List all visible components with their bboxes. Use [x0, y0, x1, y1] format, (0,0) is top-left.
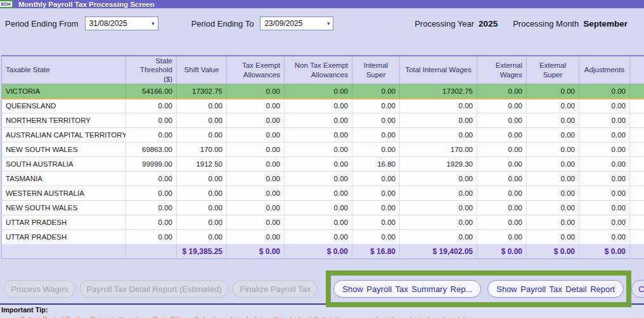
value-cell: 0.00 [579, 157, 630, 172]
value-cell: 0.00 [477, 143, 527, 157]
show-payroll-tax-detail-report-button[interactable]: Show Payroll Tax Detail Report [487, 280, 624, 298]
show-payroll-tax-summary-report-button[interactable]: Show Payroll Tax Summary Rep... [333, 280, 481, 298]
payroll-tax-detail-report-estimated-button[interactable]: Payroll Tax Detail Report (Estimated) [80, 280, 229, 298]
period-ending-from-select[interactable]: 31/08/2025 ▾ [85, 16, 158, 30]
period-ending-from-value: 31/08/2025 [89, 19, 127, 28]
total-cell [126, 245, 177, 259]
table-row[interactable]: SOUTH AUSTRALIA99999.001912.500.000.0016… [2, 157, 644, 172]
value-cell: 0.00 [227, 230, 285, 245]
value-cell: 0.00 [477, 172, 527, 186]
highlight-annotation-box: Show Payroll Tax Summary Rep... Show Pay… [326, 270, 631, 307]
value-cell [630, 99, 644, 113]
value-cell: 0.00 [126, 113, 177, 128]
chevron-down-icon[interactable]: ▾ [151, 20, 155, 27]
value-cell: 0.00 [285, 128, 352, 143]
value-cell: 0.00 [285, 99, 352, 113]
value-cell: 0.00 [477, 113, 527, 128]
value-cell: 99999.00 [126, 157, 177, 172]
column-header[interactable]: Internal Super [352, 56, 400, 84]
total-cell: $ 0.00 [227, 245, 285, 259]
close-button[interactable]: Close [631, 280, 644, 298]
filter-bar: Period Ending From 31/08/2025 ▾ Period E… [0, 10, 644, 37]
value-cell: 0.00 [227, 201, 285, 215]
value-cell: 0.00 [527, 113, 579, 128]
value-cell: 0.00 [227, 84, 285, 99]
column-header[interactable]: External Wages [477, 56, 527, 84]
value-cell: 0.00 [527, 99, 579, 113]
value-cell: 0.00 [126, 99, 177, 113]
column-header[interactable]: Shift Value [177, 56, 227, 84]
value-cell: 17302.75 [177, 84, 227, 99]
value-cell: 0.00 [352, 143, 400, 157]
value-cell: 1929.30 [400, 157, 477, 172]
value-cell: 0.00 [285, 143, 352, 157]
state-cell: NEW SOUTH WALES [2, 201, 126, 215]
table-row[interactable]: UTTAR PRADESH0.000.000.000.000.000.000.0… [2, 230, 644, 245]
table-row[interactable]: NEW SOUTH WALES69863.00170.000.000.000.0… [2, 143, 644, 157]
table-row[interactable]: AUSTRALIAN CAPITAL TERRITORY0.000.000.00… [2, 128, 644, 143]
column-header[interactable]: Tax Exempt Allowances [227, 56, 285, 84]
value-cell: 0.00 [227, 172, 285, 186]
value-cell: 0.00 [285, 172, 352, 186]
column-header[interactable]: Total Internal Wages [400, 56, 477, 84]
chevron-down-icon[interactable]: ▾ [327, 20, 330, 27]
value-cell: 0.00 [527, 84, 579, 99]
table-row[interactable]: NEW SOUTH WALES0.000.000.000.000.000.000… [2, 201, 644, 215]
value-cell: 0.00 [177, 128, 227, 143]
table-row[interactable]: VICTORIA54166.0017302.750.000.000.001730… [2, 84, 644, 99]
value-cell: 0.00 [579, 128, 630, 143]
button-bar: Process Wages Payroll Tax Detail Report … [0, 278, 644, 300]
period-ending-to-label: Period Ending To [191, 19, 254, 29]
value-cell: 0.00 [477, 186, 527, 201]
table-row[interactable]: WESTERN AUSTRALIA0.000.000.000.000.000.0… [2, 186, 644, 201]
value-cell: 0.00 [527, 128, 579, 143]
column-header[interactable]: Adjustments [579, 56, 630, 84]
value-cell: 0.00 [400, 186, 477, 201]
value-cell: 0.00 [579, 201, 630, 215]
value-cell: 0.00 [227, 128, 285, 143]
column-header[interactable]: External Super [527, 56, 579, 84]
table-row[interactable]: NORTHERN TERRITORY0.000.000.000.000.000.… [2, 113, 644, 128]
value-cell: 0.00 [579, 186, 630, 201]
value-cell: 0.00 [579, 143, 630, 157]
value-cell: 0.00 [352, 113, 400, 128]
total-cell: $ 0.00 [527, 245, 579, 259]
window-title: Monthly Payroll Tax Processing Screen [18, 1, 155, 8]
period-ending-to-select[interactable]: 23/09/2025 ▾ [260, 16, 333, 30]
value-cell: 0.00 [527, 215, 579, 230]
value-cell: 0.00 [527, 157, 579, 172]
table-row[interactable]: QUEENSLAND0.000.000.000.000.000.000.000.… [2, 99, 644, 113]
processing-month-value: September [583, 19, 628, 29]
value-cell: 0.00 [400, 215, 477, 230]
total-cell: $ 0.00 [579, 245, 630, 259]
value-cell: 0.00 [227, 215, 285, 230]
value-cell [630, 113, 644, 128]
table-row[interactable]: TASMANIA0.000.000.000.000.000.000.000.00… [2, 172, 644, 186]
state-cell: UTTAR PRADESH [2, 230, 126, 245]
value-cell: 0.00 [400, 99, 477, 113]
column-header[interactable]: State Threshold ($) [126, 56, 177, 84]
totals-row: $ 19,385.25$ 0.00$ 0.00$ 16.80$ 19,402.0… [2, 245, 644, 259]
finalize-payroll-tax-button[interactable]: Finalize Payroll Tax [233, 280, 318, 298]
value-cell: 0.00 [477, 99, 527, 113]
value-cell: 0.00 [400, 230, 477, 245]
process-wages-button[interactable]: Process Wages [4, 280, 75, 298]
state-cell: TASMANIA [2, 172, 126, 186]
processing-month-label: Processing Month [513, 19, 579, 29]
value-cell: 0.00 [400, 172, 477, 186]
state-cell: UTTAR PRADESH [2, 215, 126, 230]
value-cell: 0.00 [227, 99, 285, 113]
table-row[interactable]: UTTAR PRADESH0.000.000.000.000.000.000.0… [2, 215, 644, 230]
value-cell: 0.00 [285, 230, 352, 245]
column-header[interactable]: Taxable State [2, 56, 126, 84]
total-cell: $ 0.00 [285, 245, 352, 259]
column-header[interactable]: Non Tax Exempt Allowances [285, 56, 352, 84]
value-cell: 0.00 [527, 201, 579, 215]
total-cell: $ 16.80 [352, 245, 400, 259]
value-cell: 0.00 [285, 201, 352, 215]
column-header[interactable] [630, 56, 644, 84]
value-cell: 0.00 [579, 230, 630, 245]
value-cell: 0.00 [285, 215, 352, 230]
value-cell: 0.00 [477, 84, 527, 99]
value-cell: 0.00 [126, 186, 177, 201]
